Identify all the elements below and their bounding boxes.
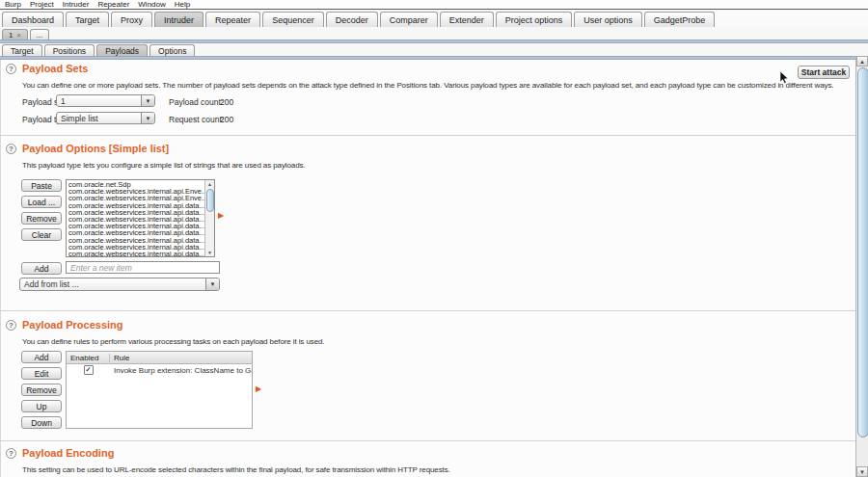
- remove-button[interactable]: Remove: [21, 212, 62, 225]
- processing-edit-button[interactable]: Edit: [21, 367, 62, 380]
- help-icon[interactable]: ?: [6, 448, 16, 459]
- start-attack-button[interactable]: Start attack: [798, 66, 850, 79]
- add-from-list-select[interactable]: Add from list ... ▼: [19, 278, 220, 291]
- list-scrollbar-thumb[interactable]: [206, 189, 214, 212]
- load-button[interactable]: Load ...: [21, 196, 62, 208]
- payload-set-select[interactable]: 1 ▼: [56, 94, 155, 107]
- new-item-input[interactable]: [66, 261, 220, 274]
- tab-intruder-target[interactable]: Target: [2, 44, 42, 56]
- intruder-tab-bar: Target Positions Payloads Options: [2, 43, 195, 56]
- chevron-down-icon[interactable]: ▼: [141, 113, 154, 123]
- attack-tab-1[interactable]: 1 ×: [2, 29, 28, 40]
- paste-button[interactable]: Paste: [21, 179, 62, 192]
- tab-dashboard[interactable]: Dashboard: [2, 12, 64, 27]
- request-count-value: 200: [220, 115, 233, 124]
- tab-intruder-payloads[interactable]: Payloads: [96, 44, 148, 56]
- chevron-down-icon[interactable]: ▼: [141, 95, 154, 106]
- processing-add-button[interactable]: Add: [21, 351, 62, 363]
- add-button[interactable]: Add: [21, 262, 62, 275]
- payload-count-label: Payload count:: [169, 97, 223, 107]
- tab-decoder[interactable]: Decoder: [326, 12, 378, 27]
- attack-tab-bar: 1 × ...: [2, 28, 49, 40]
- payload-sets-description: You can define one or more payload sets.…: [22, 81, 834, 90]
- payload-type-select[interactable]: Simple list ▼: [56, 112, 155, 124]
- column-enabled: Enabled: [67, 354, 110, 362]
- tab-repeater[interactable]: Repeater: [205, 12, 260, 27]
- payload-processing-title: Payload Processing: [22, 319, 123, 331]
- tab-comparer[interactable]: Comparer: [380, 12, 438, 27]
- menu-help[interactable]: Help: [175, 0, 190, 9]
- tab-intruder-options[interactable]: Options: [149, 44, 195, 56]
- table-header: Enabled Rule: [67, 352, 252, 364]
- table-row[interactable]: ✓ Invoke Burp extension: ClassName to Ga…: [67, 364, 252, 376]
- section-divider: [0, 310, 855, 311]
- attack-tab-label: 1: [9, 31, 13, 40]
- tab-proxy[interactable]: Proxy: [111, 12, 152, 27]
- main-tab-bar: Dashboard Target Proxy Intruder Repeater…: [2, 11, 868, 27]
- tab-user-options[interactable]: User options: [574, 12, 642, 27]
- processing-down-button[interactable]: Down: [21, 416, 62, 429]
- help-icon[interactable]: ?: [6, 144, 16, 154]
- payload-type-value: Simple list: [57, 114, 141, 123]
- payload-options-description: This payload type lets you configure a s…: [22, 161, 306, 170]
- menu-bar: Burp Project Intruder Repeater Window He…: [0, 0, 868, 10]
- payload-options-title: Payload Options [Simple list]: [22, 143, 169, 154]
- payload-encoding-description: This setting can be used to URL-encode s…: [22, 465, 450, 474]
- payload-sets-title: Payload Sets: [22, 63, 88, 74]
- tab-extender[interactable]: Extender: [440, 12, 494, 27]
- request-count-label: Request count:: [169, 115, 224, 124]
- help-icon[interactable]: ?: [6, 320, 16, 331]
- column-rule: Rule: [110, 354, 129, 362]
- clear-button[interactable]: Clear: [21, 228, 62, 241]
- expand-arrow-icon[interactable]: ▶: [256, 384, 261, 393]
- vertical-scrollbar[interactable]: ▲ ▼: [855, 56, 868, 477]
- payload-list[interactable]: com.oracle.net.Sdp com.oracle.webservice…: [66, 179, 215, 257]
- chevron-down-icon[interactable]: ▼: [205, 278, 219, 290]
- scroll-up-icon[interactable]: ▲: [856, 56, 868, 66]
- section-divider: [0, 135, 855, 136]
- payload-set-value: 1: [57, 96, 141, 106]
- section-divider: [0, 440, 855, 441]
- tab-target[interactable]: Target: [66, 12, 109, 27]
- scroll-down-icon[interactable]: ▼: [856, 466, 868, 477]
- payload-count-value: 200: [220, 97, 233, 107]
- enabled-checkbox[interactable]: ✓: [84, 365, 94, 375]
- expand-arrow-icon[interactable]: ▶: [218, 211, 224, 220]
- menu-intruder[interactable]: Intruder: [63, 0, 90, 9]
- rule-text: Invoke Burp extension: ClassName to Gadg…: [110, 366, 252, 375]
- payload-list-items: com.oracle.net.Sdp com.oracle.webservice…: [67, 180, 204, 256]
- tab-gadgetprobe[interactable]: GadgetProbe: [644, 12, 716, 27]
- menu-window[interactable]: Window: [138, 0, 165, 9]
- payload-processing-description: You can define rules to perform various …: [22, 337, 324, 346]
- tab-sequencer[interactable]: Sequencer: [262, 12, 324, 27]
- menu-burp[interactable]: Burp: [5, 0, 21, 9]
- scrollbar-thumb[interactable]: [857, 67, 868, 437]
- processing-up-button[interactable]: Up: [21, 400, 62, 412]
- scroll-down-icon[interactable]: ▼: [205, 249, 214, 256]
- help-icon[interactable]: ?: [6, 64, 16, 74]
- menu-project[interactable]: Project: [30, 0, 54, 9]
- list-item[interactable]: com.oracle.webservices.internal.api.data…: [68, 251, 204, 256]
- processing-remove-button[interactable]: Remove: [21, 384, 62, 396]
- tab-intruder-positions[interactable]: Positions: [44, 44, 95, 56]
- close-icon[interactable]: ×: [16, 32, 20, 39]
- scroll-up-icon[interactable]: ▲: [205, 180, 214, 188]
- tab-intruder[interactable]: Intruder: [154, 12, 203, 27]
- payload-encoding-title: Payload Encoding: [22, 447, 114, 459]
- tab-project-options[interactable]: Project options: [496, 12, 573, 27]
- processing-rules-table[interactable]: Enabled Rule ✓ Invoke Burp extension: Cl…: [66, 351, 253, 429]
- new-attack-tab-button[interactable]: ...: [30, 29, 50, 40]
- menu-repeater[interactable]: Repeater: [97, 0, 129, 9]
- list-scrollbar[interactable]: ▲ ▼: [204, 180, 214, 256]
- add-from-list-value: Add from list ...: [20, 279, 205, 289]
